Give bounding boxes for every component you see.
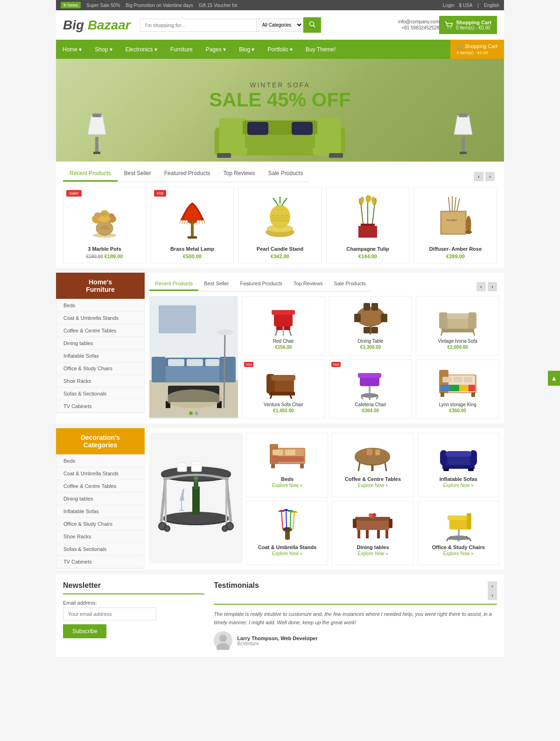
svg-line-165 <box>281 511 283 529</box>
svg-point-71 <box>166 389 222 408</box>
fproduct-name: Red Chair <box>245 339 322 344</box>
product-image <box>67 191 142 242</box>
language-selector[interactable]: 🏴 English <box>477 3 499 8</box>
furniture-prev-arrow[interactable]: ‹ <box>476 282 486 291</box>
svg-line-186 <box>447 538 448 541</box>
product-card[interactable]: amogha Diffuser- Amber Rose €289.00 <box>414 187 497 263</box>
nav-electronics[interactable]: Electronics ▾ <box>119 42 164 57</box>
nav-portfolio[interactable]: Portfolio ▾ <box>261 42 299 57</box>
cat-office-study[interactable]: Office & Study Chairs <box>56 362 144 375</box>
nav-home[interactable]: Home ▾ <box>56 42 88 57</box>
newsletter-email-input[interactable] <box>63 607 156 621</box>
product-card[interactable]: Pearl Candle Stand €342.00 <box>238 187 322 263</box>
ftab-reviews[interactable]: Top Reviews <box>288 277 328 291</box>
deco-cat-link[interactable]: Explore Now » <box>422 551 495 556</box>
svg-rect-108 <box>442 377 452 382</box>
deco-cat-coat[interactable]: Coat & Umbrella Stands <box>56 467 144 480</box>
furniture-next-arrow[interactable]: › <box>488 282 497 291</box>
furniture-product-card[interactable]: Dining Table €3,300.00 <box>329 296 413 356</box>
product-card[interactable]: Hot Brass Metal Lamp €500.00 <box>151 187 234 263</box>
ftab-sale[interactable]: Sale Products <box>328 277 371 291</box>
category-select[interactable]: All Categories <box>257 18 303 32</box>
deco-cat-item[interactable]: Office & Study Chairs Explore Now » <box>418 501 499 565</box>
nav-cart[interactable]: 🛒 Shopping Cart 0 Item(s) - €0.00 <box>450 40 504 59</box>
nav-buytheme[interactable]: Buy Theme! <box>299 42 342 57</box>
products-next-arrow[interactable]: › <box>485 172 495 181</box>
deco-cat-link[interactable]: Explore Now » <box>251 551 324 556</box>
deco-cat-item[interactable]: Coat & Umbrella Stands Explore Now » <box>246 501 328 565</box>
tab-recent-products[interactable]: Recent Products <box>63 166 118 182</box>
deco-cat-shoe[interactable]: Shoe Racks <box>56 530 144 543</box>
ftab-featured[interactable]: Featured Products <box>235 277 288 291</box>
dot-2[interactable] <box>195 411 198 415</box>
product-name: Pearl Candle Stand <box>243 246 317 252</box>
products-prev-arrow[interactable]: ‹ <box>474 172 483 181</box>
svg-line-41 <box>372 203 375 224</box>
deco-cat-item[interactable]: Beds Explore Now » <box>246 433 328 497</box>
deco-cat-item[interactable]: Inflatable Sofas Explore Now » <box>418 433 499 497</box>
deco-cat-sofas[interactable]: Sofas & Sectionals <box>56 543 144 556</box>
svg-line-96 <box>270 395 272 399</box>
svg-rect-38 <box>358 226 377 238</box>
furniture-product-card[interactable]: Red Chair €156.00 <box>242 296 325 356</box>
cat-beds[interactable]: Beds <box>56 299 144 312</box>
deco-cat-tv[interactable]: TV Cabinets <box>56 556 144 568</box>
fproduct-image <box>419 363 496 400</box>
svg-rect-7 <box>92 113 101 117</box>
deco-cat-dining[interactable]: Dining tables <box>56 493 144 505</box>
cart-button[interactable]: Shopping Cart 0 Item(s) - €0.00 <box>439 16 497 34</box>
search-button[interactable] <box>303 17 321 33</box>
login-link[interactable]: Login <box>443 3 454 8</box>
hero-subtitle: WINTER SOFA <box>209 81 350 89</box>
svg-point-3 <box>450 28 451 28</box>
svg-line-187 <box>469 538 471 541</box>
nav-furniture[interactable]: Furniture <box>164 42 199 57</box>
deco-cat-coffee[interactable]: Coffee & Centre Tables <box>56 480 144 493</box>
dot-1[interactable] <box>189 411 193 415</box>
nav-pages[interactable]: Pages ▾ <box>199 42 232 57</box>
news-badge[interactable]: B News <box>61 2 81 8</box>
testimonials-next-arrow[interactable]: › <box>488 591 497 600</box>
tab-sale-products[interactable]: Sale Products <box>262 166 310 182</box>
currency-selector[interactable]: $ USA <box>459 3 473 8</box>
subscribe-button[interactable]: Subscribe <box>63 624 106 638</box>
svg-point-28 <box>101 210 108 217</box>
furniture-product-card[interactable]: Hot Ventura Sofa Chair €1,450.00 <box>242 360 325 419</box>
furniture-product-card[interactable]: Hot Caf <box>329 360 413 419</box>
svg-rect-130 <box>181 501 182 510</box>
nav-shop[interactable]: Shop ▾ <box>88 42 119 57</box>
cat-tv-cabinets[interactable]: TV Cabinets <box>56 400 144 413</box>
deco-cat-office[interactable]: Office & Study Chairs <box>56 518 144 530</box>
svg-line-166 <box>286 510 287 529</box>
cat-inflatable[interactable]: Inflatable Sofas <box>56 350 144 362</box>
cat-shoe-racks[interactable]: Shoe Racks <box>56 375 144 388</box>
deco-cat-link[interactable]: Explore Now » <box>251 483 324 488</box>
furniture-product-card[interactable]: Vintage Ivoria Sofa €2,000.00 <box>416 296 499 356</box>
cat-coat-umbrella[interactable]: Coat & Umbrella Stands <box>56 312 144 325</box>
deco-cat-inflatable[interactable]: Inflatable Sofas <box>56 505 144 518</box>
tab-featured-products[interactable]: Featured Products <box>158 166 217 182</box>
deco-cat-item[interactable]: Coffee & Centre Tables Explore Now » <box>332 433 413 497</box>
search-input[interactable] <box>140 19 257 32</box>
cat-dining[interactable]: Dining tables <box>56 337 144 350</box>
deco-cat-beds[interactable]: Beds <box>56 455 144 467</box>
deco-cat-link[interactable]: Explore Now » <box>336 551 409 556</box>
furniture-product-card[interactable]: Lynn storage King €350.00 <box>416 360 499 419</box>
svg-point-55 <box>465 230 472 234</box>
cart-label: Shopping Cart <box>456 20 491 25</box>
nav-blog[interactable]: Blog ▾ <box>232 42 261 57</box>
logo[interactable]: Big Bazaar <box>63 18 131 33</box>
deco-cat-link[interactable]: Explore Now » <box>336 483 409 488</box>
ftab-recent[interactable]: Recent Products <box>149 277 198 291</box>
deco-cat-item[interactable]: Dining tables Explore Now » <box>332 501 413 565</box>
testimonials-prev-arrow[interactable]: ‹ <box>488 581 497 591</box>
search-icon <box>309 21 315 28</box>
product-card[interactable]: Champagne Tulip €144.00 <box>326 187 409 263</box>
cat-sofas-sectionals[interactable]: Sofas & Sectionals <box>56 388 144 400</box>
cat-coffee-centre[interactable]: Coffee & Centre Tables <box>56 325 144 337</box>
product-card[interactable]: Sale! 3 Marble Pots €190.0 <box>63 187 146 263</box>
ftab-bestseller[interactable]: Best Seller <box>198 277 234 291</box>
tab-top-reviews[interactable]: Top Reviews <box>217 166 261 182</box>
tab-best-seller[interactable]: Best Seller <box>118 166 158 182</box>
deco-cat-link[interactable]: Explore Now » <box>422 483 495 488</box>
